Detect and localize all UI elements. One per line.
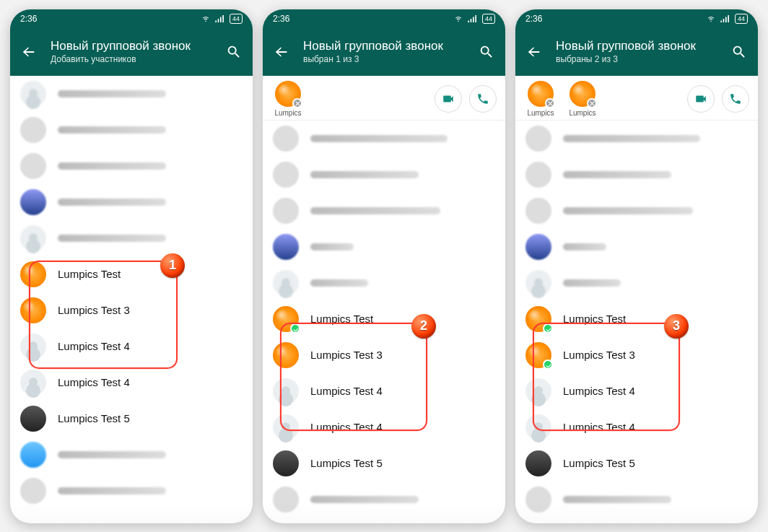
list-item[interactable] [263, 193, 505, 229]
arrow-left-icon [526, 44, 542, 60]
avatar [273, 378, 299, 404]
contact-name: Lumpics Test 4 [563, 385, 635, 397]
remove-icon[interactable] [545, 98, 555, 108]
list-item[interactable] [10, 184, 253, 220]
search-button[interactable] [475, 40, 498, 64]
contact-name: Lumpics Test 4 [563, 421, 635, 433]
list-item[interactable]: Lumpics Test [263, 301, 505, 337]
avatar [273, 306, 299, 332]
avatar [525, 342, 551, 368]
search-button[interactable] [222, 40, 245, 64]
list-item[interactable]: Lumpics Test 3 [263, 337, 505, 373]
contact-list[interactable]: Lumpics Test Lumpics Test 3 Lumpics Test… [263, 121, 505, 523]
list-item[interactable] [263, 157, 505, 193]
list-item[interactable]: Lumpics Test 4 [263, 409, 505, 445]
voice-call-button[interactable] [469, 85, 497, 113]
step-badge: 3 [664, 314, 689, 339]
signal-icon [468, 15, 478, 22]
video-call-button[interactable] [687, 85, 715, 113]
list-item[interactable]: Lumpics Test 3 [515, 337, 758, 373]
selected-participants: Lumpics Lumpics [515, 76, 758, 121]
search-icon [731, 44, 747, 60]
back-button[interactable] [270, 40, 293, 64]
back-button[interactable] [17, 40, 40, 64]
contact-name: Lumpics Test [310, 313, 373, 325]
app-bar: Новый групповой звонок выбран 1 из 3 [263, 28, 505, 76]
avatar [525, 378, 551, 404]
remove-icon[interactable] [587, 98, 597, 108]
selected-chip[interactable]: Lumpics [566, 81, 599, 117]
avatar [273, 450, 299, 476]
list-item[interactable] [515, 121, 758, 157]
signal-icon [720, 15, 730, 22]
chip-label: Lumpics [527, 109, 554, 117]
list-item[interactable]: Lumpics Test 3 [10, 292, 253, 328]
chip-label: Lumpics [274, 109, 301, 117]
page-title: Новый групповой звонок [303, 39, 465, 53]
list-item[interactable] [515, 265, 758, 301]
list-item[interactable] [10, 148, 253, 184]
contact-name: Lumpics Test 3 [58, 304, 130, 316]
video-call-button[interactable] [435, 85, 462, 113]
back-button[interactable] [523, 40, 546, 64]
list-item[interactable]: Lumpics Test 4 [10, 328, 253, 365]
voice-call-button[interactable] [722, 85, 749, 113]
remove-icon[interactable] [292, 98, 302, 108]
avatar [570, 81, 595, 107]
arrow-left-icon [21, 44, 37, 60]
page-subtitle: Добавить участников [51, 54, 212, 64]
contact-name: Lumpics Test 4 [310, 385, 383, 397]
wifi-icon [706, 15, 716, 22]
list-item[interactable]: Lumpics Test 5 [263, 445, 505, 481]
page-title: Новый групповой звонок [51, 39, 212, 53]
list-item[interactable] [10, 112, 253, 148]
list-item[interactable]: Lumpics Test 4 [515, 409, 758, 445]
list-item[interactable] [263, 265, 505, 301]
avatar [20, 261, 46, 287]
contact-name: Lumpics Test 5 [310, 457, 383, 469]
list-item[interactable]: Lumpics Test 5 [10, 401, 253, 437]
list-item[interactable] [10, 220, 253, 256]
list-item[interactable]: Lumpics Test 4 [263, 373, 505, 409]
selected-chip[interactable]: Lumpics [524, 81, 557, 117]
contact-name: Lumpics Test [563, 313, 626, 325]
phone-screen-2: 2:36 44 Новый групповой звонок выбран 1 … [263, 9, 505, 523]
contact-name: Lumpics Test 5 [563, 457, 635, 469]
list-item[interactable] [263, 121, 505, 157]
list-item[interactable]: Lumpics Test [515, 301, 758, 337]
list-item[interactable]: Lumpics Test 5 [515, 445, 758, 481]
phone-screen-1: 2:36 44 Новый групповой звонок Добавить … [10, 9, 253, 523]
battery-level: 44 [735, 14, 748, 24]
status-time: 2:36 [273, 14, 289, 24]
page-subtitle: выбраны 2 из 3 [556, 54, 717, 64]
avatar [275, 81, 301, 107]
avatar [528, 81, 554, 107]
list-item[interactable] [10, 437, 253, 473]
list-item[interactable] [263, 229, 505, 265]
wifi-icon [201, 15, 211, 22]
contact-name: Lumpics Test [58, 268, 121, 280]
contact-name: Lumpics Test 3 [563, 349, 635, 361]
avatar [20, 406, 46, 432]
avatar [525, 450, 551, 476]
status-time: 2:36 [525, 14, 542, 24]
app-bar-titles: Новый групповой звонок Добавить участник… [51, 39, 212, 64]
search-icon [226, 44, 242, 60]
video-icon [694, 92, 707, 105]
contact-list[interactable]: Lumpics Test Lumpics Test 3 Lumpics Test… [515, 121, 758, 523]
list-item[interactable]: Lumpics Test [10, 256, 253, 292]
search-button[interactable] [728, 40, 751, 64]
list-item[interactable] [515, 229, 758, 265]
list-item[interactable]: Lumpics Test 4 [10, 365, 253, 401]
battery-level: 44 [230, 14, 243, 24]
list-item[interactable]: Lumpics Test 4 [515, 373, 758, 409]
list-item[interactable] [515, 193, 758, 229]
page-title: Новый групповой звонок [556, 39, 717, 53]
check-icon [543, 359, 553, 370]
selected-chip[interactable]: Lumpics [271, 81, 305, 117]
contact-list[interactable]: Lumpics Test Lumpics Test 3 Lumpics Test… [10, 76, 253, 523]
list-item[interactable] [515, 157, 758, 193]
video-icon [442, 92, 455, 105]
arrow-left-icon [274, 44, 289, 60]
list-item[interactable] [10, 76, 253, 112]
